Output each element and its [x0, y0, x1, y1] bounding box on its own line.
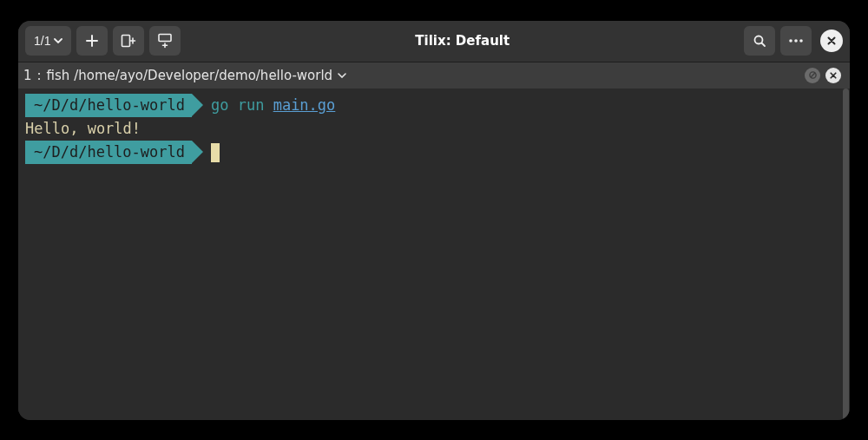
prompt-path-badge: ~/D/d/hello-world [25, 94, 192, 117]
tab-readonly-indicator [805, 68, 820, 83]
close-icon [827, 36, 836, 45]
chevron-down-icon [338, 73, 346, 78]
search-icon [753, 34, 766, 48]
prompt-path-badge: ~/D/d/hello-world [25, 141, 192, 164]
svg-rect-0 [122, 36, 130, 47]
scrollbar-thumb[interactable] [843, 89, 849, 420]
split-right-button[interactable] [113, 26, 144, 56]
new-session-button[interactable] [76, 26, 108, 56]
terminal-cursor [211, 143, 220, 162]
command-text: go run [211, 96, 273, 114]
menu-button[interactable] [780, 26, 812, 56]
titlebar: 1/1 Tilix: Default [18, 21, 850, 62]
output-text: Hello, world! [25, 117, 141, 141]
terminal-line-output: Hello, world! [25, 117, 843, 141]
session-selector-button[interactable]: 1/1 [25, 26, 71, 56]
command-filename: main.go [273, 96, 336, 114]
tab-bar: 1: fish /home/ayo/Developer/demo/hello-w… [18, 62, 850, 89]
svg-rect-1 [159, 35, 171, 42]
session-indicator: 1/1 [34, 34, 50, 48]
split-down-icon [157, 33, 173, 49]
chevron-down-icon [54, 38, 62, 43]
terminal-tab[interactable]: 1: fish /home/ayo/Developer/demo/hello-w… [23, 68, 346, 83]
svg-point-3 [789, 39, 792, 43]
svg-point-5 [799, 39, 803, 43]
tab-title: fish /home/ayo/Developer/demo/hello-worl… [47, 68, 333, 83]
search-button[interactable] [744, 26, 775, 56]
window-title: Tilix: Default [186, 33, 739, 49]
disabled-close-icon [809, 71, 817, 79]
terminal-window: 1/1 Tilix: Default [18, 21, 850, 420]
terminal-line-prompt: ~/D/d/hello-world [25, 141, 843, 167]
tab-index: 1 [23, 68, 32, 83]
tab-close-button[interactable] [825, 68, 841, 83]
terminal-line-command: ~/D/d/hello-world go run main.go [25, 94, 843, 117]
terminal-pane[interactable]: ~/D/d/hello-world go run main.go Hello, … [18, 89, 850, 420]
plus-icon [85, 34, 99, 48]
ellipsis-icon [788, 39, 804, 43]
close-icon [830, 72, 837, 79]
scrollbar[interactable] [843, 89, 849, 420]
split-down-button[interactable] [149, 26, 181, 56]
window-close-button[interactable] [820, 30, 843, 52]
svg-point-4 [794, 39, 798, 43]
split-right-icon [121, 34, 136, 48]
